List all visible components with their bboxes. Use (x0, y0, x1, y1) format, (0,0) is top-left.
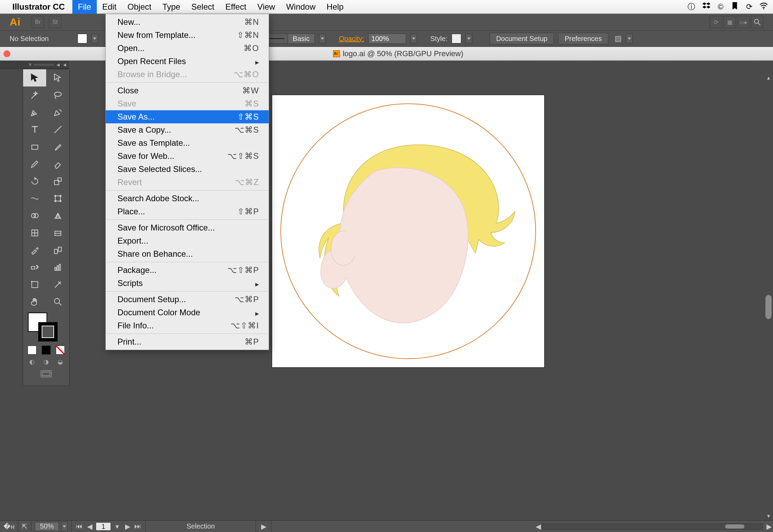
first-artboard-icon[interactable]: ⏮ (75, 522, 83, 531)
file-menu-search-adobe-stock[interactable]: Search Adobe Stock... (106, 192, 269, 205)
stroke-box[interactable] (38, 322, 58, 341)
vertical-scrollbar[interactable]: ▴ ▾ (764, 74, 773, 520)
tools-collapse-left-icon[interactable]: ◀ (56, 62, 60, 67)
status-menu-icon[interactable]: ▶ (259, 522, 268, 531)
next-artboard-icon[interactable]: ▶ (123, 522, 132, 531)
zoom-tool[interactable] (46, 293, 69, 310)
graph-tool[interactable] (46, 259, 69, 276)
menu-file[interactable]: File (72, 0, 97, 14)
lasso-tool[interactable] (46, 86, 69, 104)
scroll-down-icon[interactable]: ▾ (764, 513, 773, 520)
draw-inside-icon[interactable]: ◒ (58, 358, 63, 366)
file-menu-open-recent-files[interactable]: Open Recent Files (106, 55, 269, 68)
pen-tool[interactable] (23, 104, 46, 121)
style-dropdown[interactable] (465, 34, 472, 43)
perspective-grid-tool[interactable] (46, 207, 69, 224)
draw-behind-icon[interactable]: ◑ (43, 358, 49, 366)
menu-type[interactable]: Type (157, 0, 186, 14)
scroll-up-icon[interactable]: ▴ (764, 74, 773, 82)
workspace-switcher[interactable]: ▭▸ (737, 16, 750, 28)
opacity-input[interactable] (368, 33, 406, 44)
menu-effect[interactable]: Effect (220, 0, 252, 14)
mesh-tool[interactable] (23, 224, 46, 242)
menu-select[interactable]: Select (186, 0, 220, 14)
file-menu-share-on-behance[interactable]: Share on Behance... (106, 247, 269, 260)
prev-artboard-icon[interactable]: ◀ (85, 522, 94, 531)
fill-swatch[interactable] (78, 34, 87, 43)
sync-status-icon[interactable]: ⟳ (710, 16, 722, 28)
artboard-number[interactable]: 1 (96, 522, 111, 531)
style-swatch[interactable] (452, 34, 461, 43)
menu-edit[interactable]: Edit (97, 0, 122, 14)
wifi-icon[interactable] (759, 1, 768, 12)
selection-tool[interactable] (23, 69, 46, 86)
symbol-sprayer-tool[interactable] (23, 259, 46, 276)
artboard-tool[interactable] (23, 276, 46, 293)
draw-normal-icon[interactable]: ◐ (29, 358, 35, 366)
file-menu-open[interactable]: Open...⌘O (106, 42, 269, 55)
opacity-dropdown[interactable] (410, 34, 417, 43)
file-menu-new-from-template[interactable]: New from Template...⇧⌘N (106, 29, 269, 42)
tools-tabstrip[interactable]: × ◀ ◀ (0, 61, 69, 69)
file-menu-new[interactable]: New...⌘N (106, 16, 269, 29)
stroke-dropdown[interactable] (319, 34, 326, 43)
cc-icon[interactable]: © (718, 2, 723, 11)
fill-dropdown[interactable] (91, 34, 98, 43)
magic-wand-tool[interactable] (23, 86, 46, 104)
tools-close-icon[interactable]: × (29, 62, 32, 68)
hscroll-right-icon[interactable]: ▶ (765, 522, 773, 531)
pencil-tool[interactable] (23, 155, 46, 173)
file-menu-document-setup[interactable]: Document Setup...⌥⌘P (106, 293, 269, 306)
last-artboard-icon[interactable]: ⏭ (134, 522, 142, 531)
file-menu-save-as-template[interactable]: Save as Template... (106, 136, 269, 150)
file-menu-print[interactable]: Print...⌘P (106, 335, 269, 348)
curvature-tool[interactable] (46, 104, 69, 121)
arrange-docs-icon[interactable]: ▦ (723, 16, 736, 28)
gradient-tool[interactable] (46, 224, 69, 242)
file-menu-save-for-microsoft-office[interactable]: Save for Microsoft Office... (106, 221, 269, 234)
sync-icon[interactable]: ⟳ (746, 2, 752, 11)
menu-object[interactable]: Object (122, 0, 157, 14)
search-icon[interactable] (751, 16, 763, 28)
file-menu-save-selected-slices[interactable]: Save Selected Slices... (106, 163, 269, 176)
fill-stroke-indicator[interactable] (23, 310, 69, 344)
scale-tool[interactable] (46, 173, 69, 190)
hand-tool[interactable] (23, 293, 46, 310)
window-close-dot[interactable] (3, 50, 10, 57)
zoom-level[interactable]: 50% (35, 522, 59, 531)
file-menu-file-info[interactable]: File Info...⌥⇧⌘I (106, 319, 269, 332)
opacity-label[interactable]: Opacity: (339, 35, 364, 43)
free-transform-tool[interactable] (46, 190, 69, 207)
bridge-button[interactable]: Br (32, 16, 44, 28)
horizontal-scrollbar[interactable] (542, 523, 763, 530)
type-tool[interactable] (23, 121, 46, 138)
file-menu-document-color-mode[interactable]: Document Color Mode (106, 306, 269, 319)
file-menu-place[interactable]: Place...⇧⌘P (106, 205, 269, 218)
document-setup-button[interactable]: Document Setup (489, 33, 554, 44)
menu-window[interactable]: Window (281, 0, 321, 14)
align-pixel-icon[interactable]: ▧ (615, 34, 622, 43)
file-menu-package[interactable]: Package...⌥⇧⌘P (106, 264, 269, 277)
info-icon[interactable]: ⓘ (688, 2, 695, 12)
tools-grip-icon[interactable] (34, 64, 54, 66)
rotate-tool[interactable] (23, 173, 46, 190)
file-menu-export[interactable]: Export... (106, 234, 269, 247)
preferences-button[interactable]: Preferences (558, 33, 608, 44)
eyedropper-tool[interactable] (23, 242, 46, 259)
color-mode-solid[interactable] (28, 346, 37, 355)
paintbrush-tool[interactable] (46, 138, 69, 155)
menu-help[interactable]: Help (321, 0, 349, 14)
bookmark-icon[interactable] (730, 1, 739, 12)
color-mode-gradient[interactable] (42, 346, 51, 355)
file-menu-save-as[interactable]: Save As...⇧⌘S (106, 110, 269, 123)
artboard-dropdown[interactable]: ▾ (113, 522, 121, 531)
blend-tool[interactable] (46, 242, 69, 259)
tools-collapse-right-icon[interactable]: ◀ (63, 62, 66, 67)
eraser-tool[interactable] (46, 155, 69, 173)
stock-button[interactable]: St (49, 16, 61, 28)
width-tool[interactable] (23, 190, 46, 207)
screen-mode-icon[interactable] (40, 370, 52, 379)
rectangle-tool[interactable] (23, 138, 46, 155)
slice-tool[interactable] (46, 276, 69, 293)
export-icon[interactable]: ⇱ (22, 522, 28, 531)
